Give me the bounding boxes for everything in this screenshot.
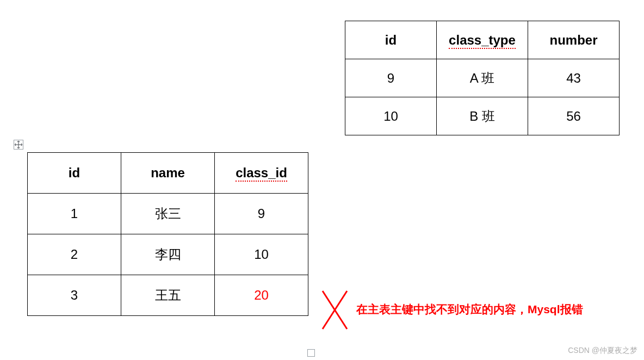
cell-id: 1 [28, 194, 121, 234]
cell-class-id: 10 [215, 234, 308, 275]
col-class-type: class_type [437, 21, 528, 59]
cell-name: 王五 [121, 275, 215, 316]
class-table: id class_type number 9 A 班 43 10 B 班 56 [345, 21, 620, 135]
cell-class-id: 9 [215, 194, 308, 234]
col-name: name [121, 153, 215, 194]
col-class-id: class_id [215, 153, 308, 194]
cell-class-type: A 班 [437, 59, 528, 97]
table-row: 9 A 班 43 [345, 59, 620, 97]
cell-id: 9 [345, 59, 437, 97]
table-resize-handle-icon[interactable] [307, 349, 315, 357]
cell-number: 43 [528, 59, 620, 97]
error-annotation: 在主表主键中找不到对应的内容，Mysql报错 [356, 302, 583, 317]
col-id: id [28, 153, 121, 194]
table-move-handle-icon[interactable] [14, 140, 23, 150]
cell-id: 2 [28, 234, 121, 275]
cell-id: 10 [345, 97, 437, 135]
cell-name: 李四 [121, 234, 215, 275]
watermark: CSDN @仲夏夜之梦 [568, 346, 637, 356]
x-mark-icon [320, 288, 350, 332]
table-header-row: id class_type number [345, 21, 620, 59]
table-row: 2 李四 10 [28, 234, 308, 275]
cell-name: 张三 [121, 194, 215, 234]
student-table: id name class_id 1 张三 9 2 李四 10 3 王五 20 [27, 152, 308, 316]
col-id: id [345, 21, 437, 59]
cell-class-type: B 班 [437, 97, 528, 135]
table-row: 1 张三 9 [28, 194, 308, 234]
cell-number: 56 [528, 97, 620, 135]
col-number: number [528, 21, 620, 59]
cell-id: 3 [28, 275, 121, 316]
table-row: 3 王五 20 [28, 275, 308, 316]
table-header-row: id name class_id [28, 153, 308, 194]
table-row: 10 B 班 56 [345, 97, 620, 135]
cell-class-id: 20 [215, 275, 308, 316]
